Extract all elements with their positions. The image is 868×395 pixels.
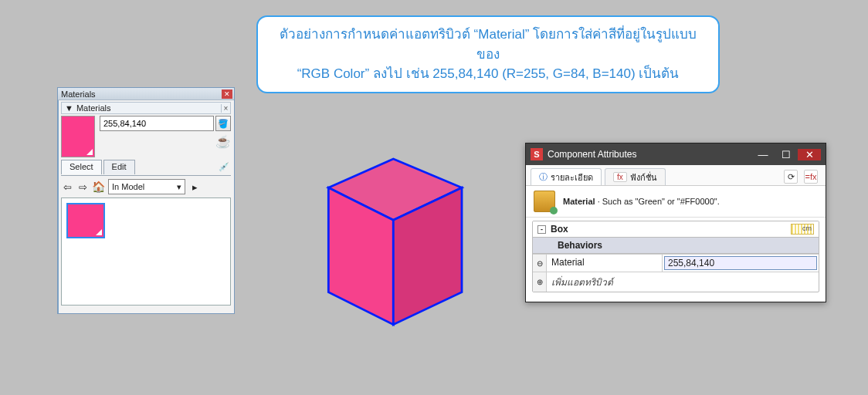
tab-select[interactable]: Select (61, 160, 102, 174)
ca-box: - Box cm Behaviors ⊖ Material 255,84,140… (532, 221, 819, 292)
material-library-icon[interactable]: ☕ (215, 134, 231, 149)
model-select-value: In Model (112, 182, 144, 191)
model-select[interactable]: In Model ▾ (108, 179, 185, 194)
behaviors-header: Behaviors (558, 240, 602, 251)
materials-title: Materials (59, 89, 222, 99)
unit-badge[interactable]: cm (791, 224, 814, 235)
details-icon[interactable]: ▸ (188, 181, 201, 193)
box-name[interactable]: Box (551, 224, 568, 235)
chevron-down-icon: ▾ (177, 182, 181, 192)
material-thumbnail-area (61, 198, 231, 306)
maximize-button[interactable]: ☐ (775, 149, 798, 160)
materials-titlebar[interactable]: Materials ✕ (58, 88, 234, 100)
component-attributes-dialog: S Component Attributes — ☐ ✕ ⓘ รายละเอีย… (525, 143, 826, 302)
close-button[interactable]: ✕ (798, 149, 821, 160)
add-attr-label[interactable]: เพิ่มแอตทริบิวต์ (547, 272, 663, 292)
add-attr-button[interactable]: ⊕ (533, 272, 547, 292)
cube-preview (278, 116, 494, 332)
ca-desc-label: Material (563, 197, 595, 206)
bucket-icon: 🪣 (218, 119, 229, 129)
eyedropper-icon[interactable]: 💉 (219, 162, 231, 172)
minimize-button[interactable]: — (751, 149, 775, 160)
ca-tab-functions[interactable]: fx ฟังก์ชั่น (605, 168, 666, 185)
info-icon: ⓘ (539, 171, 548, 183)
refresh-icon[interactable]: ⟳ (784, 170, 798, 184)
remove-attr-button[interactable]: ⊖ (533, 255, 547, 272)
attr-value-cell[interactable]: 255,84,140 (664, 256, 817, 270)
caption-box: ตัวอย่างการกำหนดค่าแอตทริบิวต์ “Material… (256, 15, 720, 93)
home-icon[interactable]: 🏠 (92, 181, 105, 193)
caption-line-1: ตัวอย่างการกำหนดค่าแอตทริบิวต์ “Material… (272, 25, 704, 64)
ca-tabs: ⓘ รายละเอียด fx ฟังก์ชั่น ⟳ =fx (526, 165, 826, 186)
ca-title-text: Component Attributes (548, 149, 751, 160)
close-icon[interactable]: ✕ (222, 89, 232, 99)
attr-name-cell[interactable]: Material (547, 255, 663, 272)
ca-titlebar[interactable]: S Component Attributes — ☐ ✕ (526, 143, 826, 165)
material-swatch[interactable] (61, 116, 95, 157)
collapse-icon[interactable]: × (221, 104, 230, 113)
material-name-input[interactable] (100, 116, 214, 131)
fx-icon: fx (613, 172, 627, 182)
materials-panel: Materials ✕ ▼ Materials × 🪣 ☕ (57, 87, 235, 314)
create-material-button[interactable]: 🪣 (215, 116, 231, 131)
expand-icon[interactable]: - (537, 225, 546, 234)
ca-desc-text: · Such as "Green" or "#FF0000". (598, 197, 720, 206)
caption-line-2: “RGB Color” ลงไป เช่น 255,84,140 (R=255,… (272, 64, 704, 84)
nav-forward-icon[interactable]: ⇨ (76, 181, 89, 193)
component-icon (534, 191, 555, 212)
app-icon: S (531, 148, 543, 160)
nav-back-icon[interactable]: ⇦ (61, 181, 73, 193)
materials-subheader[interactable]: ▼ Materials × (61, 102, 231, 114)
ca-description: Material · Such as "Green" or "#FF0000". (526, 186, 826, 218)
ca-tab-details[interactable]: ⓘ รายละเอียด (531, 168, 602, 185)
toggle-fx-icon[interactable]: =fx (804, 170, 818, 184)
material-thumbnail[interactable] (66, 203, 105, 238)
materials-sub-title: Materials (76, 103, 221, 113)
tab-edit[interactable]: Edit (103, 160, 135, 174)
